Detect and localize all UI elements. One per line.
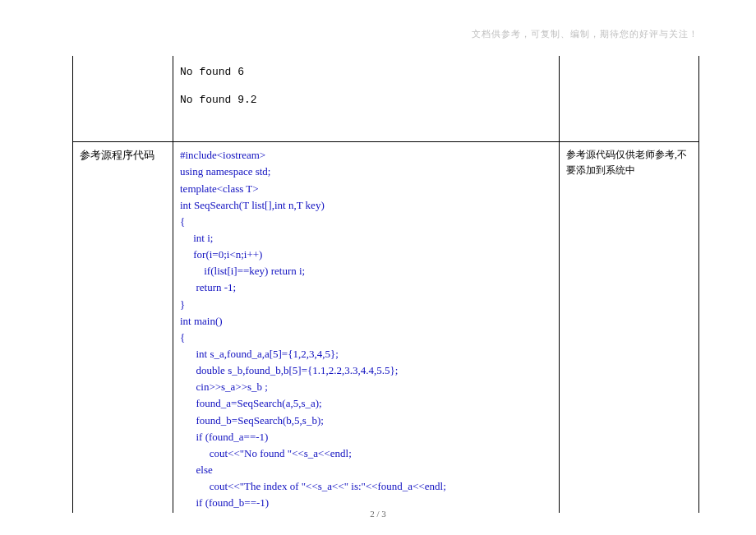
code-line: else	[180, 462, 552, 478]
output-line: No found 6	[180, 64, 552, 81]
row-output-cell: No found 6 No found 9.2	[173, 56, 560, 142]
row-note-cell: 参考源代码仅供老师参考,不要添加到系统中	[560, 142, 699, 514]
row-label-cell: 参考源程序代码	[73, 142, 173, 514]
code-line: template<class T>	[180, 181, 552, 197]
code-line: return -1;	[180, 279, 552, 296]
code-line: {	[180, 214, 552, 230]
code-line: int i;	[180, 230, 552, 247]
code-line: int s_a,found_a,a[5]={1,2,3,4,5};	[180, 346, 552, 362]
row-note-cell	[560, 56, 699, 142]
code-line: if(list[i]==key) return i;	[180, 263, 552, 279]
code-line: found_a=SeqSearch(a,5,s_a);	[180, 395, 552, 412]
code-line: for(i=0;i<n;i++)	[180, 247, 552, 263]
document-table: No found 6 No found 9.2 参考源程序代码 #include…	[72, 56, 699, 513]
code-line: int SeqSearch(T list[],int n,T key)	[180, 197, 552, 214]
output-line: No found 9.2	[180, 92, 552, 108]
source-code-cell: #include<iostream> using namespace std; …	[173, 142, 560, 514]
code-line: #include<iostream>	[180, 147, 552, 164]
code-line: found_b=SeqSearch(b,5,s_b);	[180, 413, 552, 429]
code-line: if (found_a==-1)	[180, 429, 552, 445]
code-line: using namespace std;	[180, 164, 552, 180]
table-row: No found 6 No found 9.2	[73, 56, 699, 142]
code-line: }	[180, 297, 552, 313]
code-line: cout<<"No found "<<s_a<<endl;	[180, 445, 552, 462]
code-line: cin>>s_a>>s_b ;	[180, 379, 552, 395]
code-line: cout<<"The index of "<<s_a<<" is:"<<foun…	[180, 478, 552, 495]
page-number: 2 / 3	[0, 509, 756, 519]
code-line: int main()	[180, 313, 552, 330]
table-row: 参考源程序代码 #include<iostream> using namespa…	[73, 142, 699, 514]
code-line: double s_b,found_b,b[5]={1.1,2.2,3.3,4.4…	[180, 362, 552, 379]
header-note: 文档供参考，可复制、编制，期待您的好评与关注！	[472, 28, 698, 40]
row-label-cell	[73, 56, 173, 142]
code-line: {	[180, 330, 552, 346]
